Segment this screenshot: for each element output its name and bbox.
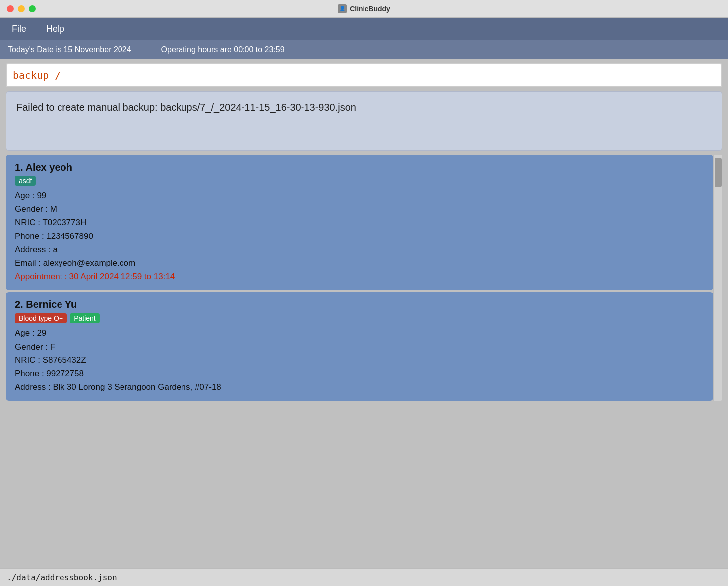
patient-tags-2: Blood type O+ Patient bbox=[15, 313, 704, 323]
patient-tags-1: asdf bbox=[15, 176, 704, 186]
patient-appointment-1: Appointment : 30 April 2024 12:59 to 13:… bbox=[15, 270, 704, 283]
tag-asdf: asdf bbox=[15, 176, 36, 186]
window-controls bbox=[7, 5, 36, 12]
close-button[interactable] bbox=[7, 5, 14, 12]
tag-patient: Patient bbox=[70, 313, 100, 323]
patient-phone-2: Phone : 99272758 bbox=[15, 367, 704, 380]
bottom-bar: ./data/addressbook.json bbox=[0, 568, 728, 586]
patient-address-2: Address : Blk 30 Lorong 3 Serangoon Gard… bbox=[15, 380, 704, 394]
output-message: Failed to create manual backup: backups/… bbox=[16, 102, 356, 113]
command-area[interactable] bbox=[6, 63, 722, 87]
patient-nric-2: NRIC : S8765432Z bbox=[15, 353, 704, 367]
title-bar: 👤 ClinicBuddy bbox=[0, 0, 728, 18]
patient-list: 1. Alex yeoh asdf Age : 99 Gender : M NR… bbox=[6, 155, 713, 401]
menu-help[interactable]: Help bbox=[42, 22, 68, 36]
patient-address-1: Address : a bbox=[15, 243, 704, 256]
menu-file[interactable]: File bbox=[8, 22, 30, 36]
file-path: ./data/addressbook.json bbox=[7, 573, 117, 582]
maximize-button[interactable] bbox=[29, 5, 36, 12]
app-icon: 👤 bbox=[338, 4, 347, 13]
patient-card-1: 1. Alex yeoh asdf Age : 99 Gender : M NR… bbox=[6, 155, 713, 290]
app-title: 👤 ClinicBuddy bbox=[338, 4, 390, 13]
patient-card-2: 2. Bernice Yu Blood type O+ Patient Age … bbox=[6, 292, 713, 401]
scrollbar[interactable] bbox=[713, 155, 722, 401]
date-text: Today's Date is 15 November 2024 bbox=[8, 45, 131, 54]
patient-phone-1: Phone : 1234567890 bbox=[15, 230, 704, 243]
patient-email-1: Email : alexyeoh@example.com bbox=[15, 256, 704, 270]
scrollbar-thumb[interactable] bbox=[715, 158, 722, 187]
minimize-button[interactable] bbox=[18, 5, 25, 12]
output-area: Failed to create manual backup: backups/… bbox=[6, 91, 722, 151]
patient-age-2: Age : 29 bbox=[15, 326, 704, 340]
patient-nric-1: NRIC : T0203773H bbox=[15, 216, 704, 229]
patient-list-container: 1. Alex yeoh asdf Age : 99 Gender : M NR… bbox=[6, 155, 722, 401]
hours-text: Operating hours are 00:00 to 23:59 bbox=[161, 45, 285, 54]
patient-gender-1: Gender : M bbox=[15, 202, 704, 216]
status-bar: Today's Date is 15 November 2024 Operati… bbox=[0, 40, 728, 59]
title-text: ClinicBuddy bbox=[350, 5, 390, 13]
menu-bar: File Help bbox=[0, 18, 728, 40]
patient-name-2: 2. Bernice Yu bbox=[15, 299, 704, 310]
patient-name-1: 1. Alex yeoh bbox=[15, 162, 704, 173]
patient-age-1: Age : 99 bbox=[15, 189, 704, 202]
patient-gender-2: Gender : F bbox=[15, 340, 704, 353]
command-input[interactable] bbox=[13, 69, 715, 81]
tag-blood-type: Blood type O+ bbox=[15, 313, 67, 323]
